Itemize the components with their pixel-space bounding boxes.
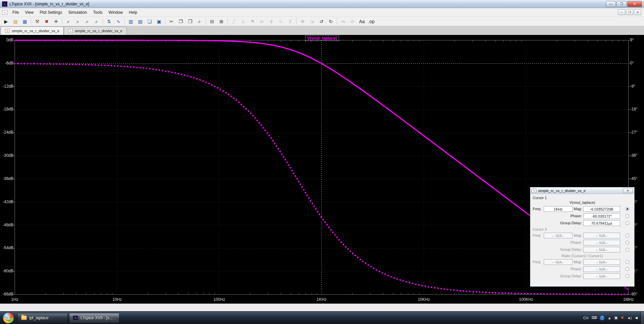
menu-window[interactable]: Window [106, 9, 126, 16]
zoom-out-button[interactable]: ⌕ [83, 17, 92, 26]
ratio-mag-radio[interactable] [626, 260, 629, 264]
show-hidden-icons[interactable]: ▲ [607, 316, 611, 320]
tile-vertical-button[interactable]: ▥ [126, 17, 136, 26]
show-desktop-button[interactable] [640, 312, 644, 324]
ratio-groupdelay-radio[interactable] [626, 274, 629, 278]
spice-directive-button[interactable]: .op [367, 17, 376, 26]
cursor2-freq-label: Freq: [533, 233, 541, 237]
find-button[interactable]: ⌕ [195, 17, 204, 26]
toolbar-separator [31, 18, 31, 25]
folder-icon [21, 316, 27, 320]
input-arrow-icon[interactable]: ◀ [635, 316, 638, 320]
cursor1-phase-radio[interactable] [626, 214, 629, 218]
language-indicator[interactable]: CH [583, 316, 589, 320]
cursor-window[interactable]: ∿ simple_rc_vs_r_divider_vs_e ✕ Cursor 1… [530, 187, 635, 287]
tab-schematic[interactable]: ∿ simple_rc_vs_r_divider_vs_e [64, 27, 127, 35]
open-button[interactable]: ▤ [11, 17, 20, 26]
child-minimize-button[interactable]: — [618, 9, 625, 15]
undo-icon: ↺ [319, 19, 323, 24]
net-label-button: ⚑ [248, 17, 257, 26]
cursor2-mag-field[interactable]: -- N/A-- [583, 233, 620, 238]
mirror-icon: ⇋ [341, 19, 345, 24]
zoom-in-button[interactable]: ⌕ [64, 17, 73, 26]
tab-waveform[interactable]: ∿ simple_rc_vs_r_divider_vs_e [1, 27, 64, 35]
minimize-icon: — [609, 2, 612, 6]
cursor2-groupdelay-field[interactable]: -- N/A-- [583, 247, 620, 252]
ground-button: ⏚ [238, 17, 248, 26]
print-button[interactable]: ⊟ [207, 17, 217, 26]
ime-icon[interactable]: ⌨ [592, 316, 597, 320]
menu-simulation[interactable]: Simulation [65, 9, 90, 16]
cursor2-phase-field[interactable]: -- N/A-- [583, 240, 620, 245]
plot-settings-button[interactable]: ∿ [114, 17, 123, 26]
volume-icon[interactable]: ◄) [627, 316, 632, 320]
move-button: ✥ [298, 17, 307, 26]
taskbar: ⊞ lpf_laplace ∿ LTspice XVII - [s... CH⌨… [0, 311, 644, 324]
tile-horizontal-button[interactable]: ▤ [136, 17, 145, 26]
cursor1-groupdelay-radio[interactable] [626, 221, 629, 225]
cursor2-phase-radio[interactable] [626, 241, 629, 244]
save-icon: ▦ [22, 19, 27, 24]
cursor1-freq-field[interactable]: 1KHz [544, 206, 573, 212]
redo-button[interactable]: ↻ [326, 17, 335, 26]
pan-button[interactable]: ✛ [51, 17, 61, 26]
minimize-button[interactable]: — [606, 1, 616, 7]
halt-button[interactable]: ✖ [42, 17, 51, 26]
menu-tools[interactable]: Tools [90, 9, 106, 16]
draw-wire-icon: ╱ [232, 19, 235, 24]
cut-button[interactable]: ✂ [167, 17, 176, 26]
cursor-window-close-button[interactable]: ✕ [623, 188, 633, 193]
cascade-windows-icon: ❏ [148, 19, 152, 24]
control-panel-button[interactable]: ⚒ [33, 17, 42, 26]
menu-help[interactable]: Help [126, 9, 140, 16]
run-button[interactable]: ▶ [1, 17, 11, 26]
autorange-y-button[interactable]: ⇅ [104, 17, 114, 26]
restore-button[interactable]: ❐ [616, 1, 627, 7]
ratio-phase-radio[interactable] [626, 267, 629, 271]
cursor2-mag-radio[interactable] [626, 234, 629, 237]
ratio-phase-label: Phase: [571, 267, 582, 271]
waveform-tab-icon: ∿ [5, 29, 10, 33]
menu-view[interactable]: View [22, 9, 37, 16]
save-button[interactable]: ▦ [20, 17, 30, 26]
arrange-icons-button[interactable]: ▣ [154, 17, 164, 26]
window-titlebar[interactable]: ∿ LTspice XVII - [simple_rc_vs_r_divider… [0, 0, 644, 8]
ratio-groupdelay-field[interactable]: -- N/A-- [583, 273, 620, 279]
ratio-phase-field[interactable]: -- N/A-- [583, 266, 620, 272]
help-icon[interactable]: ? [600, 316, 604, 320]
cursor2-groupdelay-radio[interactable] [626, 248, 629, 251]
waveform-icon: ∿ [532, 189, 536, 193]
cascade-windows-button[interactable]: ❏ [145, 17, 154, 26]
cursor-window-titlebar[interactable]: ∿ simple_rc_vs_r_divider_vs_e ✕ [530, 187, 634, 194]
undo-button[interactable]: ↺ [317, 17, 326, 26]
zoom-full-extents-button[interactable]: ⌕ [92, 17, 101, 26]
taskbar-item-ltspice[interactable]: ∿ LTspice XVII - [s... [69, 313, 119, 323]
menu-plot-settings[interactable]: Plot Settings [37, 9, 65, 16]
close-button[interactable]: ✕ [627, 1, 642, 7]
cursor1-mag-radio[interactable] [626, 207, 629, 211]
tab-schematic-label: simple_rc_vs_r_divider_vs_e [75, 29, 122, 33]
ratio-mag-field[interactable]: -- N/A-- [583, 259, 620, 265]
x-axis-label: 100Hz [204, 297, 234, 302]
display-icon[interactable]: ▣ [614, 316, 618, 320]
cursor2-freq-field[interactable]: -- N/A-- [544, 233, 573, 238]
zoom-back-button[interactable]: ⌕ [73, 17, 83, 26]
copy-button[interactable]: ❐ [176, 17, 185, 26]
taskbar-item-lpf-laplace[interactable]: lpf_laplace [17, 313, 68, 323]
cursor1-phase-field[interactable]: -60.030172° [583, 213, 620, 219]
inductor-button: ∿ [276, 17, 285, 26]
cursor1-mag-field[interactable]: -6.0285272dB [583, 206, 620, 212]
cursor1-groupdelay-field[interactable]: 70.678411µs [583, 220, 620, 226]
child-close-button[interactable]: ✕ [634, 9, 641, 15]
start-button[interactable]: ⊞ [3, 312, 14, 324]
ratio-freq-field[interactable]: -- N/A-- [544, 259, 573, 265]
text-button[interactable]: Aa [357, 17, 367, 26]
text-icon: Aa [359, 19, 365, 24]
menu-file[interactable]: File [9, 9, 22, 16]
paste-button[interactable]: ❒ [185, 17, 195, 26]
child-restore-button[interactable]: ❐ [626, 9, 633, 15]
print-preview-button[interactable]: ⊞ [217, 17, 226, 26]
plot-title[interactable]: V(vout_laplace) [305, 36, 339, 41]
error-icon[interactable]: ✖ [621, 316, 624, 320]
tile-horizontal-icon: ▤ [138, 19, 142, 24]
